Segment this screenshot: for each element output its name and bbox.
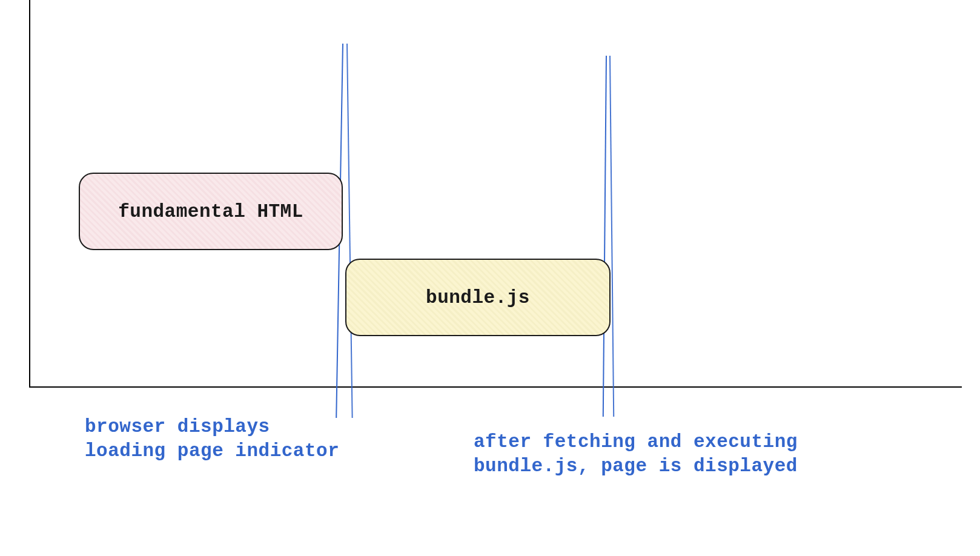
marker-line-2-dup (609, 56, 614, 417)
y-axis-line (29, 0, 30, 388)
timeline-diagram: fundamental HTML bundle.js browser displ… (0, 0, 980, 556)
box-html-label: fundamental HTML (118, 201, 303, 222)
box-bundle-js: bundle.js (345, 259, 611, 336)
annotation-page-displayed: after fetching and executing bundle.js, … (474, 430, 798, 479)
marker-line-1-dup (346, 44, 353, 418)
box-bundle-label: bundle.js (426, 287, 530, 308)
box-fundamental-html: fundamental HTML (79, 173, 343, 250)
annotation-loading-indicator: browser displays loading page indicator (85, 415, 339, 464)
x-axis-line (29, 386, 962, 388)
marker-line-2 (603, 56, 607, 417)
